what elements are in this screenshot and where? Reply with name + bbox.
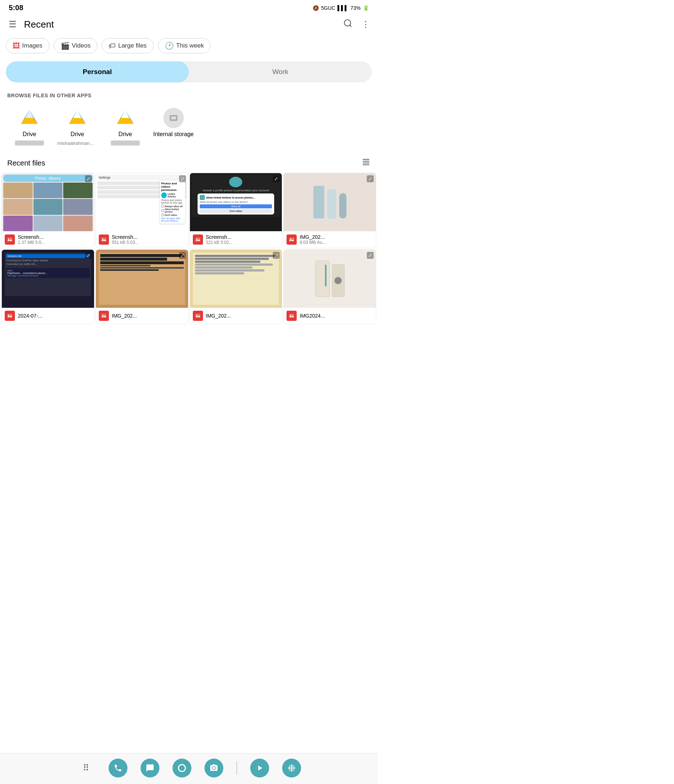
expand-icon-3[interactable]: ⤢ <box>273 175 279 182</box>
file-size-2: 551 kB 5:03... <box>112 240 139 245</box>
expand-icon-8[interactable]: ⤢ <box>367 252 374 259</box>
file-info-3: Screensh... 321 kB 5:02... <box>190 231 282 248</box>
file-name-6: IMG_202... <box>112 313 137 319</box>
file-type-icon-6 <box>99 311 109 321</box>
file-card-7[interactable]: ⤢ IMG_202... <box>190 249 282 324</box>
file-name-1: Screensh... <box>18 234 45 240</box>
app-drive-1-sub <box>15 140 44 146</box>
signal-icon: ▌▌▌ <box>337 5 348 11</box>
top-actions: ⋮ <box>341 16 372 32</box>
svg-rect-18 <box>363 165 369 165</box>
file-type-icon-5 <box>5 311 15 321</box>
svg-rect-14 <box>171 117 176 120</box>
expand-icon-6[interactable]: ⤢ <box>179 252 186 259</box>
app-internal-storage[interactable]: Internal storage <box>149 105 198 149</box>
file-card-4[interactable]: ⤢ IMG_202... 9.03 MB Au... <box>283 173 376 248</box>
drive-icon-2 <box>67 108 87 128</box>
expand-icon-5[interactable]: ⤢ <box>85 252 92 259</box>
svg-rect-16 <box>363 161 369 162</box>
svg-point-32 <box>196 315 197 316</box>
more-options-icon[interactable]: ⋮ <box>359 17 372 31</box>
file-meta-7: IMG_202... <box>206 313 231 319</box>
videos-icon: 🎬 <box>61 41 70 50</box>
file-card-5[interactable]: Network info Connected to OnePlus Open n… <box>2 249 94 324</box>
app-drive-2-sub: mishaalrahman@pro... <box>58 140 97 146</box>
app-drive-2[interactable]: Drive mishaalrahman@pro... <box>53 105 102 149</box>
network-label: 5GUC <box>321 5 335 11</box>
file-type-icon-3 <box>193 235 203 245</box>
tab-work[interactable]: Work <box>189 61 372 82</box>
svg-point-30 <box>102 315 103 316</box>
file-card-8[interactable]: ⤢ IMG2024... <box>283 249 376 324</box>
svg-point-26 <box>290 238 291 240</box>
images-icon: 🖼 <box>13 42 20 50</box>
file-info-8: IMG2024... <box>284 308 376 324</box>
file-name-5: 2024-07-... <box>18 313 42 319</box>
internal-storage-icon <box>164 108 184 128</box>
battery-label: 73% <box>350 5 360 11</box>
expand-icon-7[interactable]: ⤢ <box>273 252 279 259</box>
expand-icon-4[interactable]: ⤢ <box>367 175 374 182</box>
file-type-icon-8 <box>287 311 297 321</box>
file-info-6: IMG_202... <box>96 308 188 324</box>
file-meta-6: IMG_202... <box>112 313 137 319</box>
svg-marker-5 <box>21 118 38 124</box>
list-view-icon[interactable] <box>362 157 370 168</box>
file-card-1[interactable]: PhotosAlbums ⤢ <box>2 173 94 248</box>
file-size-4: 9.03 MB Au... <box>300 240 326 245</box>
app-drive-3[interactable]: Drive <box>102 105 149 149</box>
status-icons: 🔕 5GUC ▌▌▌ 73% 🔋 <box>313 5 369 11</box>
files-grid-row2: Network info Connected to OnePlus Open n… <box>0 248 378 325</box>
drive-icon-3 <box>115 108 136 128</box>
app-drive-3-sub <box>111 140 140 146</box>
file-card-3[interactable]: Include a profile picture to personalize… <box>190 173 282 248</box>
svg-rect-17 <box>363 163 369 163</box>
file-meta-4: IMG_202... 9.03 MB Au... <box>300 234 326 245</box>
chip-videos-label: Videos <box>72 42 91 49</box>
file-info-7: IMG_202... <box>190 308 282 324</box>
file-thumb-8: ⤢ <box>284 250 376 308</box>
chip-this-week-label: This week <box>176 42 204 49</box>
file-name-2: Screensh... <box>112 234 139 240</box>
app-drive-1[interactable]: Drive <box>6 105 53 149</box>
file-info-5: 2024-07-... <box>2 308 94 324</box>
chip-this-week[interactable]: 🕐 This week <box>158 38 211 53</box>
svg-point-34 <box>290 315 291 316</box>
tab-bar: Personal Work <box>6 61 372 82</box>
file-meta-1: Screensh... 1.37 MB 5:0... <box>18 234 45 245</box>
drive-icon-1 <box>19 108 40 128</box>
svg-marker-11 <box>117 118 134 124</box>
status-bar: 5:08 🔕 5GUC ▌▌▌ 73% 🔋 <box>0 0 378 14</box>
file-thumb-2: Settings Photos and videos permission Un… <box>96 173 188 231</box>
chip-large-files[interactable]: 🏷 Large files <box>102 38 153 53</box>
file-type-icon-4 <box>287 235 297 245</box>
apps-row: Drive Drive mishaalrahman@pro... Drive I… <box>0 102 378 152</box>
menu-icon[interactable]: ☰ <box>6 16 20 32</box>
file-thumb-4: ⤢ <box>284 173 376 231</box>
browse-section-header: BROWSE FILES IN OTHER APPS <box>0 87 378 102</box>
file-meta-3: Screensh... 321 kB 5:02... <box>206 234 233 245</box>
file-meta-8: IMG2024... <box>300 313 325 319</box>
file-card-2[interactable]: Settings Photos and videos permission Un… <box>95 173 189 248</box>
expand-icon-1[interactable]: ⤢ <box>85 175 92 182</box>
file-name-7: IMG_202... <box>206 313 231 319</box>
tab-personal[interactable]: Personal <box>6 61 189 82</box>
top-bar: ☰ Recent ⋮ <box>0 14 378 34</box>
search-icon[interactable] <box>341 16 355 32</box>
svg-point-28 <box>8 315 9 316</box>
file-card-6[interactable]: ⤢ IMG_202... <box>95 249 189 324</box>
recent-files-header: Recent files <box>0 152 378 173</box>
large-files-icon: 🏷 <box>109 42 116 50</box>
svg-marker-8 <box>69 118 86 124</box>
file-thumb-5: Network info Connected to OnePlus Open n… <box>2 250 94 308</box>
expand-icon-2[interactable]: ⤢ <box>179 175 186 182</box>
file-meta-2: Screensh... 551 kB 5:03... <box>112 234 139 245</box>
status-time: 5:08 <box>9 4 23 12</box>
chip-images[interactable]: 🖼 Images <box>6 38 49 53</box>
recent-files-title: Recent files <box>7 159 45 167</box>
app-drive-2-name: Drive <box>70 131 84 138</box>
page-title: Recent <box>24 19 341 30</box>
chip-videos[interactable]: 🎬 Videos <box>54 38 98 53</box>
svg-point-22 <box>102 238 103 240</box>
files-grid-row1: PhotosAlbums ⤢ <box>0 173 378 248</box>
